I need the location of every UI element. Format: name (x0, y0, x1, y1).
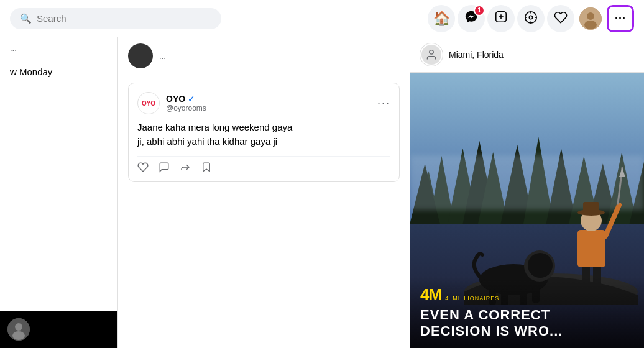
save-button[interactable] (201, 162, 212, 173)
post-header: oyo OYO ✓ @oyorooms ··· (137, 92, 390, 114)
svg-point-10 (587, 12, 594, 20)
verified-icon: ✓ (188, 94, 195, 104)
partial-avatar (128, 44, 153, 68)
post-card: oyo OYO ✓ @oyorooms ··· Jaane kaha mera … (128, 83, 400, 182)
search-box[interactable]: 🔍 (10, 8, 221, 29)
more-button[interactable]: ··· (607, 5, 634, 32)
overlay-logo: 4M (420, 285, 441, 304)
left-panel-partial-item[interactable]: ... (0, 37, 117, 60)
create-button[interactable] (487, 5, 515, 32)
messenger-button[interactable]: 1 (458, 5, 485, 32)
plus-icon (494, 10, 508, 27)
image-text-overlay: 4M 4_MILLIONAIRES EVEN A CORRECT DECISIO… (410, 277, 644, 348)
author-handle: @oyorooms (166, 104, 206, 112)
comment-button[interactable] (159, 162, 170, 173)
svg-point-11 (584, 21, 597, 29)
left-panel-footer (0, 311, 117, 348)
search-icon: 🔍 (20, 13, 32, 24)
author-name-row: OYO ✓ (166, 94, 206, 104)
heart-icon (554, 11, 568, 27)
svg-point-35 (528, 253, 553, 278)
oyo-logo-text: oyo (142, 100, 155, 107)
svg-line-46 (605, 205, 619, 236)
overlay-brand: 4M 4_MILLIONAIRES (420, 285, 634, 304)
post-more-button[interactable]: ··· (377, 97, 390, 110)
overlay-tagline-1: EVEN A CORRECT (420, 307, 634, 323)
left-panel: ... w Monday (0, 37, 118, 348)
image-area: 4M 4_MILLIONAIRES EVEN A CORRECT DECISIO… (410, 73, 644, 348)
notifications-button[interactable] (547, 5, 574, 32)
main-content: ... w Monday ... (0, 37, 644, 348)
partial-post-text: ... (159, 52, 400, 61)
home-button[interactable]: 🏠 (428, 5, 455, 32)
author-name: OYO (166, 94, 185, 104)
messenger-badge: 1 (474, 5, 485, 16)
svg-point-14 (12, 331, 25, 340)
explore-button[interactable] (517, 5, 545, 32)
svg-marker-48 (619, 168, 625, 177)
oyo-logo: oyo (137, 92, 160, 114)
post-text: Jaane kaha mera long weekend gaya ji, ab… (137, 121, 390, 149)
location-text: Miami, Florida (449, 50, 504, 60)
svg-point-15 (430, 50, 434, 55)
svg-rect-42 (577, 230, 605, 267)
monday-text: w Monday (10, 66, 52, 77)
overlay-logo-sub: 4_MILLIONAIRES (445, 295, 499, 301)
author-info: OYO ✓ @oyorooms (166, 94, 206, 112)
overlay-tagline-2: DECISION IS WRO... (420, 323, 634, 339)
svg-point-4 (529, 16, 533, 19)
profile-avatar (579, 7, 602, 30)
post-actions (137, 156, 390, 173)
post-text-line2: ji, abhi abhi yahi tha kidhar gaya ji (137, 135, 390, 149)
svg-rect-45 (583, 202, 599, 213)
share-button[interactable] (180, 162, 191, 173)
middle-panel: ... oyo OYO ✓ @oyorooms ··· (118, 37, 410, 348)
search-input[interactable] (37, 13, 211, 24)
topbar: 🔍 🏠 1 (0, 0, 644, 37)
footer-avatar (7, 318, 30, 341)
location-header: Miami, Florida (410, 37, 644, 73)
profile-button[interactable] (577, 5, 604, 32)
nav-icons: 🏠 1 (428, 5, 634, 32)
partial-post-top: ... (118, 37, 410, 75)
location-avatar (420, 44, 443, 66)
left-panel-monday: w Monday (0, 60, 117, 82)
svg-point-13 (15, 323, 22, 331)
home-icon: 🏠 (433, 11, 450, 27)
post-author: oyo OYO ✓ @oyorooms (137, 92, 206, 114)
post-text-line1: Jaane kaha mera long weekend gaya (137, 121, 390, 135)
compass-icon (524, 11, 538, 27)
more-dots-icon: ··· (615, 12, 626, 25)
like-button[interactable] (137, 162, 149, 173)
right-panel: Miami, Florida (410, 37, 644, 348)
